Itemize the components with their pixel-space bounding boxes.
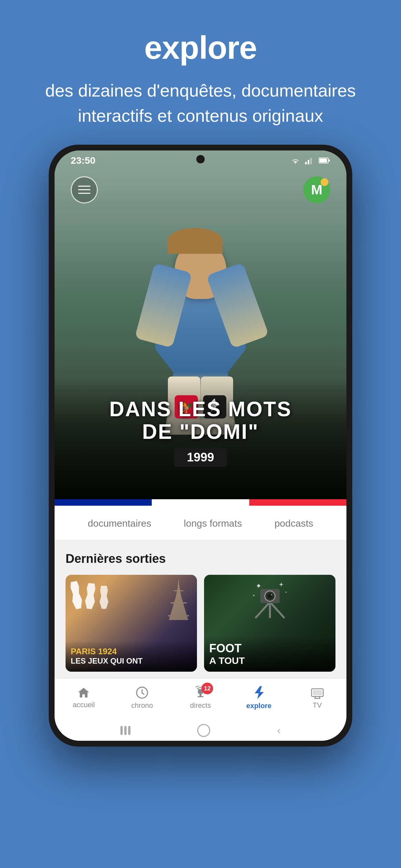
nav-item-directs[interactable]: 12 directs [172,686,230,710]
svg-rect-4 [319,159,327,162]
hero-section: M 🐓 [55,151,346,499]
tv-icon [310,686,325,699]
phone-frame: 23:50 [49,145,352,747]
page-header: explore des dizaines d'enquêtes, documen… [0,0,401,145]
section-title: Dernières sorties [66,552,335,566]
card-paris-content: PARIS 1924 LES JEUX QUI ONT [66,641,197,672]
nav-label-directs: directs [190,702,211,710]
hero-year: 1999 [187,451,214,464]
svg-rect-5 [329,159,330,161]
m-badge[interactable]: M [303,176,330,204]
content-area: Dernières sorties [55,540,346,678]
home-icon [77,686,90,699]
card-foot-a-tout[interactable]: FOOT A TOUT [204,575,335,672]
svg-line-20 [270,602,284,618]
nav-label-accueil: accueil [73,701,95,709]
tab-longs-formats[interactable]: longs formats [178,515,248,532]
card-foot-content: FOOT A TOUT [204,636,335,672]
m-badge-dot [320,178,328,186]
menu-button[interactable] [71,176,98,204]
lightning-icon [253,686,265,700]
nav-item-accueil[interactable]: accueil [55,686,113,709]
page-subtitle: des dizaines d'enquêtes, documentaires i… [26,78,375,128]
svg-point-25 [271,594,272,595]
card-paris-1924[interactable]: PARIS 1924 LES JEUX QUI ONT [66,575,197,672]
hero-title: DANS LES MOTS DE "DOMI" 1999 [55,398,346,467]
wifi-icon [290,157,301,164]
eiffel-tower-decor [167,578,190,621]
svg-rect-37 [197,696,204,697]
athletes-decor [70,581,110,609]
status-time: 23:50 [71,155,96,166]
nav-label-chrono: chrono [131,702,153,710]
svg-point-28 [285,592,287,593]
card-foot-subtitle: A TOUT [209,655,330,666]
hero-year-badge: 1999 [174,448,227,467]
svg-rect-2 [310,158,312,164]
svg-marker-11 [178,579,180,588]
camera-notch [196,155,205,163]
page-wrapper: explore des dizaines d'enquêtes, documen… [0,0,401,868]
card-paris-year: PARIS 1924 [71,647,192,656]
tab-documentaires[interactable]: documentaires [82,515,157,532]
svg-rect-39 [313,690,322,695]
nav-label-explore: explore [246,702,272,710]
directs-badge: 12 [202,683,213,694]
menu-line-1 [78,186,90,187]
svg-rect-0 [305,162,307,164]
bottom-nav: accueil chrono [55,678,346,720]
menu-line-2 [78,189,90,190]
card-paris-subtitle: LES JEUX QUI ONT [71,656,192,666]
gesture-home-icon [197,724,210,737]
m-badge-letter: M [311,182,322,197]
menu-line-3 [78,193,90,194]
gesture-recent-icon [120,726,130,735]
nav-item-tv[interactable]: TV [288,686,346,709]
status-icons [290,157,330,164]
nav-label-tv: TV [313,701,322,709]
nav-item-explore[interactable]: explore [229,686,288,710]
hero-title-line2: DE "DOMI" [55,421,346,443]
gesture-bar: ‹ [55,720,346,741]
svg-rect-1 [308,160,309,164]
clock-icon [135,686,149,700]
camera-decor [249,579,291,623]
french-flag-bar [55,499,346,506]
phone-screen: 23:50 [55,151,346,741]
svg-rect-17 [168,615,189,616]
svg-rect-13 [174,590,183,591]
gesture-back-icon: ‹ [277,724,281,736]
flag-white [152,499,249,506]
svg-rect-15 [171,602,187,603]
tab-podcasts[interactable]: podcasts [269,515,319,532]
tabs-section: documentaires longs formats podcasts [55,506,346,540]
nav-item-chrono[interactable]: chrono [113,686,172,710]
signal-icon [305,157,314,164]
battery-icon [319,157,330,164]
flag-red [249,499,346,506]
card-foot-title: FOOT [209,642,330,655]
svg-rect-36 [199,693,202,696]
svg-line-18 [255,602,270,618]
page-title: explore [26,29,375,66]
cards-row: PARIS 1924 LES JEUX QUI ONT [66,575,335,672]
hero-title-line1: DANS LES MOTS [55,398,346,421]
svg-marker-12 [176,588,181,597]
flag-blue [55,499,152,506]
svg-marker-14 [172,597,185,610]
svg-point-29 [253,594,254,596]
